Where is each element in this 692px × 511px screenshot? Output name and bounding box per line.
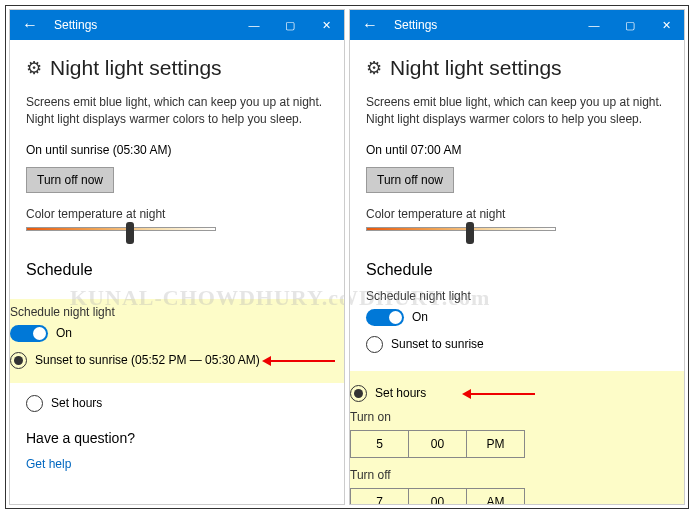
radio-sunset-sunrise[interactable]: Sunset to sunrise bbox=[366, 336, 668, 353]
description-text: Screens emit blue light, which can keep … bbox=[26, 94, 328, 129]
hour-cell[interactable]: 7 bbox=[351, 489, 409, 505]
turn-on-label: Turn on bbox=[350, 410, 684, 424]
close-button[interactable]: ✕ bbox=[308, 10, 344, 40]
radio-icon bbox=[366, 336, 383, 353]
radio-label: Sunset to sunrise bbox=[391, 337, 484, 351]
annotation-arrow bbox=[265, 360, 335, 362]
maximize-button[interactable]: ▢ bbox=[612, 10, 648, 40]
turn-off-label: Turn off bbox=[350, 468, 684, 482]
back-button[interactable]: ← bbox=[10, 10, 50, 40]
close-button[interactable]: ✕ bbox=[648, 10, 684, 40]
question-heading: Have a question? bbox=[26, 430, 328, 446]
turn-off-button[interactable]: Turn off now bbox=[366, 167, 454, 193]
page-title: Night light settings bbox=[50, 56, 222, 80]
radio-label: Set hours bbox=[51, 396, 102, 410]
annotation-arrow bbox=[465, 393, 535, 395]
description-text: Screens emit blue light, which can keep … bbox=[366, 94, 668, 129]
minimize-button[interactable]: — bbox=[576, 10, 612, 40]
page-title: Night light settings bbox=[390, 56, 562, 80]
maximize-button[interactable]: ▢ bbox=[272, 10, 308, 40]
gear-icon: ⚙ bbox=[26, 57, 42, 79]
schedule-heading: Schedule bbox=[26, 261, 328, 279]
radio-label: Set hours bbox=[375, 386, 426, 400]
radio-label: Sunset to sunrise (05:52 PM — 05:30 AM) bbox=[35, 353, 260, 367]
ampm-cell[interactable]: PM bbox=[467, 431, 524, 457]
color-temp-slider[interactable] bbox=[366, 227, 556, 241]
hour-cell[interactable]: 5 bbox=[351, 431, 409, 457]
schedule-toggle-label: Schedule night light bbox=[10, 305, 344, 319]
window-title: Settings bbox=[390, 18, 576, 32]
radio-set-hours[interactable]: Set hours bbox=[350, 385, 684, 402]
color-temp-slider[interactable] bbox=[26, 227, 216, 241]
radio-icon bbox=[26, 395, 43, 412]
turn-off-button[interactable]: Turn off now bbox=[26, 167, 114, 193]
status-text: On until 07:00 AM bbox=[366, 143, 668, 157]
schedule-toggle[interactable] bbox=[10, 325, 48, 342]
status-text: On until sunrise (05:30 AM) bbox=[26, 143, 328, 157]
schedule-toggle[interactable] bbox=[366, 309, 404, 326]
radio-icon bbox=[10, 352, 27, 369]
back-button[interactable]: ← bbox=[350, 10, 390, 40]
radio-icon bbox=[350, 385, 367, 402]
get-help-link[interactable]: Get help bbox=[26, 457, 71, 471]
minute-cell[interactable]: 00 bbox=[409, 431, 467, 457]
settings-window-left: ← Settings — ▢ ✕ ⚙ Night light settings … bbox=[9, 9, 345, 505]
color-temp-label: Color temperature at night bbox=[366, 207, 668, 221]
radio-set-hours[interactable]: Set hours bbox=[26, 395, 328, 412]
window-title: Settings bbox=[50, 18, 236, 32]
radio-sunset-sunrise[interactable]: Sunset to sunrise (05:52 PM — 05:30 AM) bbox=[10, 352, 344, 369]
turn-off-time[interactable]: 7 00 AM bbox=[350, 488, 525, 505]
gear-icon: ⚙ bbox=[366, 57, 382, 79]
toggle-state: On bbox=[412, 310, 428, 324]
settings-window-right: ← Settings — ▢ ✕ ⚙ Night light settings … bbox=[349, 9, 685, 505]
schedule-heading: Schedule bbox=[366, 261, 668, 279]
toggle-state: On bbox=[56, 326, 72, 340]
minimize-button[interactable]: — bbox=[236, 10, 272, 40]
titlebar: ← Settings — ▢ ✕ bbox=[10, 10, 344, 40]
color-temp-label: Color temperature at night bbox=[26, 207, 328, 221]
minute-cell[interactable]: 00 bbox=[409, 489, 467, 505]
schedule-toggle-label: Schedule night light bbox=[366, 289, 668, 303]
ampm-cell[interactable]: AM bbox=[467, 489, 524, 505]
titlebar: ← Settings — ▢ ✕ bbox=[350, 10, 684, 40]
turn-on-time[interactable]: 5 00 PM bbox=[350, 430, 525, 458]
